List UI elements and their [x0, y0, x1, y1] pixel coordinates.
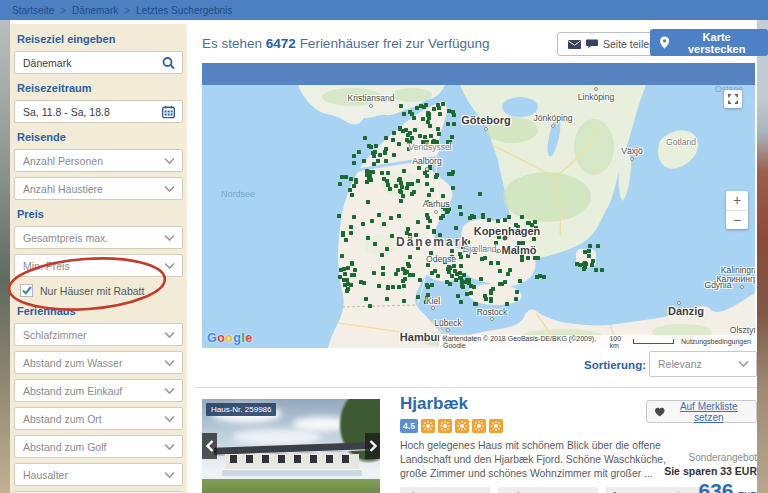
map-marker[interactable] [392, 153, 396, 157]
map-marker[interactable] [359, 280, 363, 284]
map-marker[interactable] [385, 297, 389, 301]
map-marker[interactable] [428, 164, 432, 168]
map-marker[interactable] [427, 193, 431, 197]
map-marker[interactable] [583, 250, 587, 254]
map-marker[interactable] [415, 106, 419, 110]
map-marker[interactable] [337, 214, 341, 218]
map-marker[interactable] [454, 226, 458, 230]
map-marker[interactable] [402, 112, 406, 116]
map-marker[interactable] [435, 173, 439, 177]
map-marker[interactable] [341, 233, 345, 237]
map-marker[interactable] [421, 117, 425, 121]
map-marker[interactable] [349, 231, 353, 235]
map-marker[interactable] [361, 222, 365, 226]
map-marker[interactable] [542, 275, 546, 279]
map-marker[interactable] [342, 278, 346, 282]
map-marker[interactable] [443, 205, 447, 209]
map-marker[interactable] [374, 144, 378, 148]
zoom-out-button[interactable]: − [726, 210, 748, 229]
map-marker[interactable] [377, 213, 381, 217]
map-marker[interactable] [405, 186, 409, 190]
listing-title[interactable]: Hjarbæk [400, 394, 672, 414]
fullscreen-button[interactable] [724, 90, 742, 108]
map-marker[interactable] [466, 254, 470, 258]
map-marker[interactable] [462, 273, 466, 277]
map-marker[interactable] [354, 180, 358, 184]
map-canvas[interactable]: KristiansandNordseeGöteborgJönköpingLink… [202, 85, 755, 348]
map-marker[interactable] [367, 144, 371, 148]
map-marker[interactable] [380, 171, 384, 175]
filter-select-hausalter[interactable]: Hausalter [14, 463, 183, 486]
map-marker[interactable] [362, 159, 366, 163]
map-marker[interactable] [348, 188, 352, 192]
map-marker[interactable] [452, 264, 456, 268]
map-marker[interactable] [407, 147, 411, 151]
map-marker[interactable] [520, 254, 524, 258]
map-marker[interactable] [446, 122, 450, 126]
map-marker[interactable] [383, 150, 387, 154]
map-marker[interactable] [352, 154, 356, 158]
map-marker[interactable] [399, 199, 403, 203]
map-marker[interactable] [437, 106, 441, 110]
breadcrumb-item-letztes-suchergebnis[interactable]: Letztes Suchergebnis [136, 5, 232, 16]
breadcrumb-item-dänemark[interactable]: Dänemark [72, 5, 118, 16]
map-marker[interactable] [430, 271, 434, 275]
map-marker[interactable] [377, 284, 381, 288]
listing-photo[interactable]: Haus-Nr. 259986 [202, 399, 380, 493]
map-marker[interactable] [350, 193, 354, 197]
map-marker[interactable] [459, 264, 463, 268]
map-marker[interactable] [460, 279, 464, 283]
terms-link[interactable]: Nutzungsbedingungen [681, 338, 751, 345]
map-marker[interactable] [430, 283, 434, 287]
map-marker[interactable] [445, 210, 449, 214]
map-marker[interactable] [380, 253, 384, 257]
map-marker[interactable] [338, 182, 342, 186]
map-marker[interactable] [344, 238, 348, 242]
map-marker[interactable] [371, 151, 375, 155]
map-marker[interactable] [384, 159, 388, 163]
map-marker[interactable] [483, 246, 487, 250]
map-marker[interactable] [402, 284, 406, 288]
carousel-prev-button[interactable] [202, 433, 217, 459]
map-marker[interactable] [448, 140, 452, 144]
map-marker[interactable] [474, 302, 478, 306]
map-marker[interactable] [402, 299, 406, 303]
map-marker[interactable] [352, 184, 356, 188]
map-marker[interactable] [429, 134, 433, 138]
filter-select-abstand-zum-wasser[interactable]: Abstand zum Wasser [14, 351, 183, 374]
map-marker[interactable] [536, 256, 540, 260]
map-marker[interactable] [349, 225, 353, 229]
map-marker[interactable] [535, 275, 539, 279]
map-marker[interactable] [441, 194, 445, 198]
map-marker[interactable] [399, 181, 403, 185]
map-marker[interactable] [441, 102, 445, 106]
map-marker[interactable] [408, 255, 412, 259]
map-marker[interactable] [515, 246, 519, 250]
map-marker[interactable] [587, 254, 591, 258]
map-marker[interactable] [526, 256, 530, 260]
breadcrumb-item-startseite[interactable]: Startseite [12, 5, 54, 16]
map-marker[interactable] [459, 212, 463, 216]
map-marker[interactable] [413, 128, 417, 132]
map-marker[interactable] [391, 285, 395, 289]
map-marker[interactable] [349, 283, 353, 287]
map-marker[interactable] [378, 153, 382, 157]
map-marker[interactable] [370, 219, 374, 223]
map-marker[interactable] [414, 233, 418, 237]
map-marker[interactable] [438, 112, 442, 116]
map-marker[interactable] [425, 174, 429, 178]
map-marker[interactable] [534, 226, 538, 230]
map-marker[interactable] [475, 231, 479, 235]
map-marker[interactable] [366, 236, 370, 240]
map-marker[interactable] [448, 282, 452, 286]
map-marker[interactable] [372, 271, 376, 275]
map-marker[interactable] [438, 233, 442, 237]
map-marker[interactable] [461, 245, 465, 249]
map-marker[interactable] [417, 166, 421, 170]
map-marker[interactable] [426, 263, 430, 267]
map-marker[interactable] [412, 190, 416, 194]
map-marker[interactable] [384, 136, 388, 140]
map-marker[interactable] [412, 116, 416, 120]
map-marker[interactable] [425, 283, 429, 287]
map-marker[interactable] [397, 142, 401, 146]
